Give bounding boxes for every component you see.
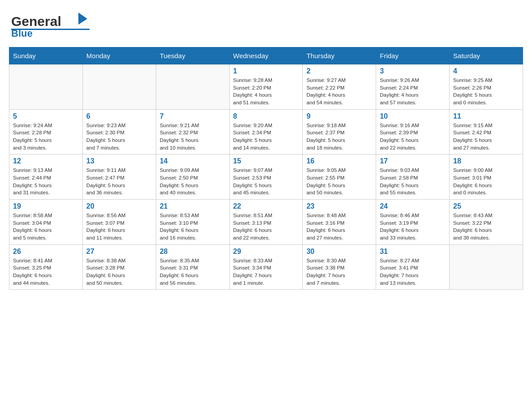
day-info: Sunrise: 8:48 AM Sunset: 3:16 PM Dayligh… — [306, 212, 372, 242]
day-info: Sunrise: 9:21 AM Sunset: 2:32 PM Dayligh… — [160, 122, 226, 152]
calendar-cell: 9Sunrise: 9:18 AM Sunset: 2:37 PM Daylig… — [303, 109, 376, 154]
calendar-cell: 23Sunrise: 8:48 AM Sunset: 3:16 PM Dayli… — [303, 200, 376, 245]
calendar-cell: 30Sunrise: 8:30 AM Sunset: 3:38 PM Dayli… — [303, 244, 376, 290]
calendar-cell — [82, 64, 156, 110]
day-number: 2 — [306, 67, 372, 75]
calendar-table: SundayMondayTuesdayWednesdayThursdayFrid… — [9, 47, 523, 290]
day-number: 14 — [160, 157, 226, 165]
day-number: 1 — [233, 67, 299, 75]
svg-marker-1 — [78, 13, 87, 25]
day-info: Sunrise: 9:03 AM Sunset: 2:58 PM Dayligh… — [380, 167, 446, 197]
calendar-cell: 26Sunrise: 8:41 AM Sunset: 3:25 PM Dayli… — [9, 244, 83, 290]
day-number: 3 — [380, 67, 446, 75]
day-number: 16 — [306, 157, 372, 165]
calendar-cell: 24Sunrise: 8:46 AM Sunset: 3:19 PM Dayli… — [376, 200, 450, 245]
calendar-cell: 20Sunrise: 8:56 AM Sunset: 3:07 PM Dayli… — [82, 200, 156, 245]
calendar-cell: 8Sunrise: 9:20 AM Sunset: 2:34 PM Daylig… — [229, 109, 303, 154]
day-number: 10 — [380, 112, 446, 120]
day-info: Sunrise: 9:20 AM Sunset: 2:34 PM Dayligh… — [233, 122, 299, 152]
day-info: Sunrise: 9:09 AM Sunset: 2:50 PM Dayligh… — [160, 167, 226, 197]
calendar-cell: 29Sunrise: 8:33 AM Sunset: 3:34 PM Dayli… — [229, 244, 303, 290]
day-info: Sunrise: 9:15 AM Sunset: 2:42 PM Dayligh… — [453, 122, 519, 152]
day-info: Sunrise: 9:28 AM Sunset: 2:20 PM Dayligh… — [233, 77, 299, 107]
day-info: Sunrise: 8:53 AM Sunset: 3:10 PM Dayligh… — [160, 212, 226, 242]
calendar-cell: 12Sunrise: 9:13 AM Sunset: 2:44 PM Dayli… — [9, 154, 83, 200]
calendar-cell: 22Sunrise: 8:51 AM Sunset: 3:13 PM Dayli… — [229, 200, 303, 245]
calendar-cell — [9, 64, 83, 110]
calendar-cell: 15Sunrise: 9:07 AM Sunset: 2:53 PM Dayli… — [229, 154, 303, 200]
calendar-cell — [450, 244, 523, 290]
week-row-1: 1Sunrise: 9:28 AM Sunset: 2:20 PM Daylig… — [9, 64, 523, 110]
calendar-cell: 6Sunrise: 9:23 AM Sunset: 2:30 PM Daylig… — [82, 109, 156, 154]
day-number: 9 — [306, 112, 372, 120]
calendar-header-row: SundayMondayTuesdayWednesdayThursdayFrid… — [9, 47, 523, 64]
day-number: 20 — [86, 202, 152, 210]
day-number: 31 — [380, 248, 446, 256]
col-header-wednesday: Wednesday — [229, 47, 303, 64]
day-number: 27 — [86, 248, 152, 256]
calendar-cell: 13Sunrise: 9:11 AM Sunset: 2:47 PM Dayli… — [82, 154, 156, 200]
day-number: 25 — [453, 202, 519, 210]
day-info: Sunrise: 9:05 AM Sunset: 2:55 PM Dayligh… — [306, 167, 372, 197]
day-info: Sunrise: 8:58 AM Sunset: 3:04 PM Dayligh… — [13, 212, 79, 242]
calendar-cell: 3Sunrise: 9:26 AM Sunset: 2:24 PM Daylig… — [376, 64, 450, 110]
day-info: Sunrise: 8:33 AM Sunset: 3:34 PM Dayligh… — [233, 257, 299, 287]
day-number: 12 — [13, 157, 79, 165]
day-info: Sunrise: 9:26 AM Sunset: 2:24 PM Dayligh… — [380, 77, 446, 107]
calendar-cell: 2Sunrise: 9:27 AM Sunset: 2:22 PM Daylig… — [303, 64, 376, 110]
day-number: 7 — [160, 112, 226, 120]
day-info: Sunrise: 8:56 AM Sunset: 3:07 PM Dayligh… — [86, 212, 152, 242]
calendar-cell: 5Sunrise: 9:24 AM Sunset: 2:28 PM Daylig… — [9, 109, 83, 154]
col-header-friday: Friday — [376, 47, 450, 64]
svg-text:Blue: Blue — [11, 28, 33, 38]
day-number: 13 — [86, 157, 152, 165]
day-number: 8 — [233, 112, 299, 120]
calendar-cell: 27Sunrise: 8:38 AM Sunset: 3:28 PM Dayli… — [82, 244, 156, 290]
day-number: 24 — [380, 202, 446, 210]
calendar-cell: 28Sunrise: 8:35 AM Sunset: 3:31 PM Dayli… — [156, 244, 229, 290]
day-number: 30 — [306, 248, 372, 256]
col-header-thursday: Thursday — [303, 47, 376, 64]
day-number: 11 — [453, 112, 519, 120]
calendar-cell: 11Sunrise: 9:15 AM Sunset: 2:42 PM Dayli… — [450, 109, 523, 154]
week-row-4: 19Sunrise: 8:58 AM Sunset: 3:04 PM Dayli… — [9, 200, 523, 245]
logo: General Blue — [9, 9, 94, 38]
calendar-cell: 21Sunrise: 8:53 AM Sunset: 3:10 PM Dayli… — [156, 200, 229, 245]
page-header: General Blue — [9, 9, 523, 38]
day-number: 6 — [86, 112, 152, 120]
day-info: Sunrise: 9:23 AM Sunset: 2:30 PM Dayligh… — [86, 122, 152, 152]
calendar-cell: 17Sunrise: 9:03 AM Sunset: 2:58 PM Dayli… — [376, 154, 450, 200]
day-number: 15 — [233, 157, 299, 165]
day-number: 5 — [13, 112, 79, 120]
day-info: Sunrise: 9:18 AM Sunset: 2:37 PM Dayligh… — [306, 122, 372, 152]
day-number: 26 — [13, 248, 79, 256]
calendar-cell: 7Sunrise: 9:21 AM Sunset: 2:32 PM Daylig… — [156, 109, 229, 154]
week-row-5: 26Sunrise: 8:41 AM Sunset: 3:25 PM Dayli… — [9, 244, 523, 290]
day-number: 4 — [453, 67, 519, 75]
calendar-cell: 25Sunrise: 8:43 AM Sunset: 3:22 PM Dayli… — [450, 200, 523, 245]
week-row-3: 12Sunrise: 9:13 AM Sunset: 2:44 PM Dayli… — [9, 154, 523, 200]
day-info: Sunrise: 9:24 AM Sunset: 2:28 PM Dayligh… — [13, 122, 79, 152]
calendar-cell: 14Sunrise: 9:09 AM Sunset: 2:50 PM Dayli… — [156, 154, 229, 200]
calendar-cell: 19Sunrise: 8:58 AM Sunset: 3:04 PM Dayli… — [9, 200, 83, 245]
day-info: Sunrise: 9:07 AM Sunset: 2:53 PM Dayligh… — [233, 167, 299, 197]
col-header-sunday: Sunday — [9, 47, 83, 64]
day-info: Sunrise: 8:46 AM Sunset: 3:19 PM Dayligh… — [380, 212, 446, 242]
day-info: Sunrise: 8:38 AM Sunset: 3:28 PM Dayligh… — [86, 257, 152, 287]
col-header-tuesday: Tuesday — [156, 47, 229, 64]
day-info: Sunrise: 8:41 AM Sunset: 3:25 PM Dayligh… — [13, 257, 79, 287]
calendar-cell: 10Sunrise: 9:16 AM Sunset: 2:39 PM Dayli… — [376, 109, 450, 154]
day-info: Sunrise: 9:16 AM Sunset: 2:39 PM Dayligh… — [380, 122, 446, 152]
calendar-cell — [156, 64, 229, 110]
calendar-cell: 16Sunrise: 9:05 AM Sunset: 2:55 PM Dayli… — [303, 154, 376, 200]
svg-text:General: General — [11, 14, 61, 29]
day-info: Sunrise: 8:27 AM Sunset: 3:41 PM Dayligh… — [380, 257, 446, 287]
col-header-monday: Monday — [82, 47, 156, 64]
day-info: Sunrise: 9:25 AM Sunset: 2:26 PM Dayligh… — [453, 77, 519, 107]
day-info: Sunrise: 9:00 AM Sunset: 3:01 PM Dayligh… — [453, 167, 519, 197]
day-info: Sunrise: 9:13 AM Sunset: 2:44 PM Dayligh… — [13, 167, 79, 197]
calendar-cell: 4Sunrise: 9:25 AM Sunset: 2:26 PM Daylig… — [450, 64, 523, 110]
calendar-cell: 31Sunrise: 8:27 AM Sunset: 3:41 PM Dayli… — [376, 244, 450, 290]
day-number: 21 — [160, 202, 226, 210]
day-info: Sunrise: 8:35 AM Sunset: 3:31 PM Dayligh… — [160, 257, 226, 287]
